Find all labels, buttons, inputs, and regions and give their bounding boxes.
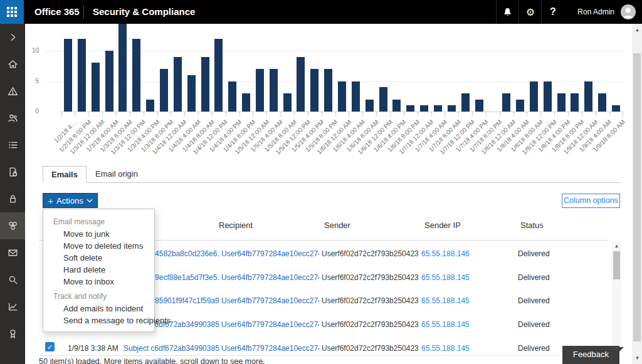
- chart-bar: [92, 63, 100, 112]
- column-header-sender-ip[interactable]: Sender IP: [424, 221, 461, 230]
- x-axis-tick: [540, 112, 541, 117]
- table-scroll-up-arrow-icon[interactable]: ▴: [612, 242, 621, 249]
- x-axis-tick: [171, 112, 171, 117]
- chart-bar: [598, 93, 606, 112]
- sidebar-item-reports[interactable]: [0, 293, 25, 320]
- chart-gridline: [44, 51, 624, 51]
- settings-button[interactable]: ⚙: [518, 0, 541, 24]
- x-axis-tick: [322, 112, 322, 117]
- user-name[interactable]: Ron Admin: [577, 8, 614, 16]
- menu-item-move-to-junk[interactable]: Move to junk: [43, 228, 154, 240]
- sender-ip-link[interactable]: 65.55.188.146: [421, 249, 470, 259]
- row-sender: Userf6f02d72c2f793b2504236...: [322, 273, 419, 283]
- notifications-button[interactable]: [496, 0, 518, 24]
- chart-bar: [352, 81, 360, 112]
- alert-triangle-icon: [8, 86, 18, 96]
- x-axis-tick: [609, 112, 610, 117]
- tab-email-origin[interactable]: Email origin: [88, 166, 145, 183]
- x-axis-tick: [198, 112, 199, 117]
- column-options-button[interactable]: Column options: [562, 194, 620, 208]
- chart-bar: [174, 57, 182, 112]
- recipient-link[interactable]: User64fb7797284ae10ecc274e...: [221, 320, 319, 330]
- topbar-divider: [83, 5, 84, 19]
- sender-ip-link[interactable]: 65.55.188.145: [421, 296, 470, 306]
- recipient-link[interactable]: User64fb7797284ae10ecc274e...: [221, 296, 319, 306]
- avatar[interactable]: [621, 4, 636, 19]
- row-status: Delivered: [518, 320, 550, 330]
- actions-dropdown-menu: Email messageMove to junkMove to deleted…: [43, 209, 155, 332]
- subject-link[interactable]: Subject c6df672ab349903857d...: [124, 344, 219, 354]
- chart-bar: [502, 93, 510, 112]
- sender-ip-link[interactable]: 65.55.188.145: [421, 273, 470, 283]
- row-checkbox[interactable]: ✓: [45, 342, 55, 351]
- sender-ip-link[interactable]: 65.55.188.145: [421, 320, 470, 330]
- chart-bar: [132, 39, 140, 112]
- menu-item-move-to-inbox[interactable]: Move to inbox: [43, 276, 154, 288]
- chevron-right-icon: [8, 32, 18, 43]
- x-axis-tick: [486, 112, 487, 117]
- brand-title[interactable]: Office 365: [34, 0, 80, 24]
- chart-bar: [571, 93, 579, 112]
- sidebar-item-search[interactable]: [0, 266, 25, 293]
- actions-button[interactable]: + Actions: [43, 193, 98, 208]
- sender-ip-link[interactable]: 65.55.188.145: [421, 344, 470, 354]
- help-button[interactable]: ?: [541, 0, 564, 24]
- table-bottom-divider: [39, 355, 608, 356]
- menu-item-move-to-deleted-items[interactable]: Move to deleted items: [43, 240, 154, 252]
- x-axis-tick: [472, 112, 473, 117]
- table-scrollbar-thumb[interactable]: [613, 251, 620, 279]
- bell-icon: [502, 7, 513, 18]
- sidebar-item-service-assurance[interactable]: [0, 320, 25, 347]
- feedback-button[interactable]: Feedback: [562, 346, 619, 364]
- sidebar-item-data-governance[interactable]: [0, 185, 25, 212]
- menu-item-add-emails-to-incident[interactable]: Add emails to incident: [43, 303, 154, 315]
- recipient-link[interactable]: User64fb7797284ae10ecc274e...: [221, 249, 319, 259]
- menu-item-hard-delete[interactable]: Hard delete: [43, 264, 154, 276]
- tab-emails[interactable]: Emails: [43, 166, 87, 183]
- column-header-recipient[interactable]: Recipient: [219, 221, 253, 230]
- row-sender: Userf6f02d72c2f793b2504236...: [322, 249, 419, 259]
- x-axis-tick: [308, 112, 308, 117]
- security-compliance-app: Office 365 Security & Compliance ⚙ ? Ron…: [0, 0, 642, 364]
- chart-bar: [310, 69, 318, 112]
- sidebar-item-mail-flow[interactable]: [0, 239, 25, 266]
- sidebar-item-expand[interactable]: [0, 24, 25, 51]
- sidebar-item-home[interactable]: [0, 51, 25, 78]
- x-axis-tick: [418, 112, 418, 117]
- table-scroll-down-arrow-icon[interactable]: ▾: [612, 345, 621, 351]
- x-axis-tick: [445, 112, 445, 117]
- column-header-status[interactable]: Status: [520, 221, 544, 230]
- sidebar-item-threat-management[interactable]: [0, 212, 25, 239]
- sidebar-item-alerts[interactable]: [0, 78, 25, 105]
- gear-icon: ⚙: [526, 6, 535, 18]
- chart-bar: [379, 87, 387, 112]
- menu-section-header: Email message: [43, 216, 154, 228]
- y-axis-tick-label: 5: [25, 78, 39, 85]
- row-sender: Userf6f02d72c2f793b2504236...: [322, 296, 419, 306]
- chart-bar: [612, 105, 620, 112]
- page-scroll-up-arrow-icon[interactable]: ▴: [633, 26, 642, 33]
- page-scrollbar-thumb[interactable]: [633, 53, 641, 341]
- column-header-sender[interactable]: Sender: [324, 221, 350, 230]
- page-scroll-down-arrow-icon[interactable]: ▾: [633, 355, 642, 361]
- menu-item-soft-delete[interactable]: Soft delete: [43, 252, 154, 264]
- recipient-link[interactable]: User64fb7797284ae10ecc274e...: [221, 273, 319, 283]
- recipient-link[interactable]: User64fb7797284ae10ecc274e...: [221, 344, 319, 354]
- sidebar-item-classifications[interactable]: [0, 132, 25, 159]
- chart-bar: [392, 100, 401, 112]
- x-axis-tick: [280, 112, 281, 117]
- chart-bar: [530, 81, 538, 112]
- chart-bar: [187, 75, 196, 112]
- chart-bar: [228, 81, 236, 112]
- menu-item-send-a-message-to-recipients[interactable]: Send a message to recipients: [43, 315, 154, 326]
- sidebar-item-data-loss-prevention[interactable]: [0, 159, 25, 185]
- x-axis-tick: [513, 112, 514, 117]
- chart-bar: [557, 93, 566, 112]
- line-chart-icon: [8, 301, 18, 312]
- x-axis-tick: [458, 112, 459, 117]
- question-mark-icon: ?: [550, 6, 556, 18]
- app-launcher-button[interactable]: [0, 0, 24, 24]
- sidebar-item-permissions[interactable]: [0, 105, 25, 132]
- chart-bar: [461, 93, 470, 112]
- chart-bar: [584, 81, 592, 112]
